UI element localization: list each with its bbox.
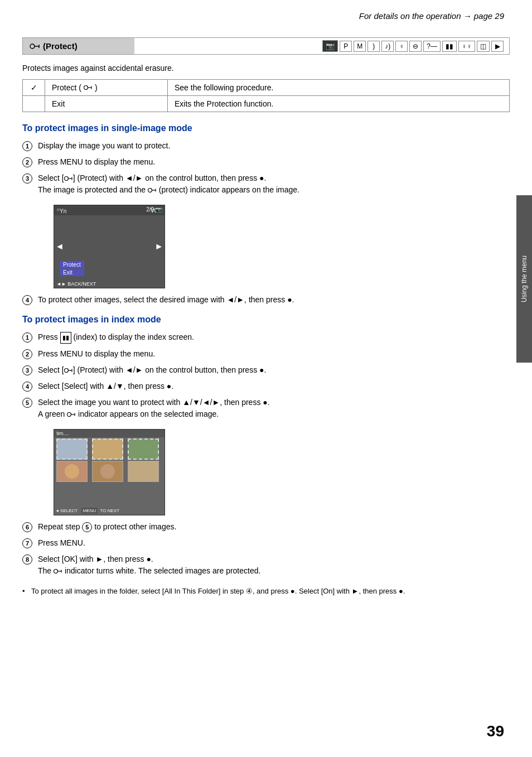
svg-point-9 <box>148 189 152 192</box>
bottom-note: To protect all images in the folder, sel… <box>22 586 510 597</box>
single-image-screen: ○Yn VGA 2/9 📷 ◄ ► Protect Exit ◄► BACK/N… <box>54 205 165 288</box>
mode-scene6: ▮▮ <box>442 41 457 52</box>
section-title: (Protect) <box>23 38 134 54</box>
protect-inline-icon4 <box>67 411 76 418</box>
menu-button-label: MENU <box>81 508 98 514</box>
table-row: Exit Exits the Protection function. <box>23 96 510 112</box>
svg-point-0 <box>30 44 35 49</box>
thumbnail <box>92 461 123 482</box>
single-image-steps: 1 Display the image you want to protect.… <box>22 140 510 196</box>
screen-menu-exit: Exit <box>60 269 84 276</box>
section-title-text: (Protect) <box>43 41 78 51</box>
list-item: 7 Press MENU. <box>22 537 510 549</box>
single-image-step4: 4 To protect other images, select the de… <box>22 294 510 306</box>
mode-scene8: ◫ <box>477 41 490 52</box>
index-button-icon: ▮▮ <box>60 332 71 344</box>
mode-play: ▶ <box>491 41 504 52</box>
exit-label-cell: Exit <box>45 96 168 112</box>
protect-inline-icon <box>64 175 73 182</box>
mode-scene2: ♪) <box>381 41 394 52</box>
svg-point-18 <box>67 412 71 416</box>
list-item: 6 Repeat step 5 to protect other images. <box>22 521 510 533</box>
index-top-row: 9m.... <box>54 430 165 437</box>
sidebar-label: Using the menu <box>520 255 528 302</box>
index-screen: 9m.... ● SELECT MENU TO NEXT <box>54 429 165 515</box>
thumbnail <box>128 438 159 460</box>
screen-arrow-left: ◄ <box>55 242 64 252</box>
sidebar-using-menu: Using the menu <box>516 195 532 363</box>
operation-ref: For details on the operation → page 29 <box>22 11 510 21</box>
protect-lock-icon <box>84 84 93 91</box>
thumbnail <box>56 461 88 482</box>
svg-point-3 <box>84 86 88 90</box>
screen-indicator-top: ○Yn <box>56 206 66 214</box>
mode-icons: 📷 P M ) ♪) ♀ ⊖ ?— ▮▮ ♀♀ ◫ ▶ <box>134 38 509 54</box>
index-bottom-hint: ● SELECT MENU TO NEXT <box>56 508 119 513</box>
list-item: 8 Select [OK] with ►, then press ●. The … <box>22 553 510 577</box>
screen-menu-protect: Protect <box>60 261 84 268</box>
svg-point-15 <box>64 368 68 372</box>
thumbnail <box>92 438 123 460</box>
mode-m: M <box>354 41 366 52</box>
menu-table: ✓ Protect ( ) See the following procedur… <box>22 79 510 112</box>
section-description: Protects images against accidental erasu… <box>22 64 510 73</box>
list-item: 1 Display the image you want to protect. <box>22 140 510 152</box>
index-mode-title: To protect images in index mode <box>22 315 510 325</box>
list-item: 4 Select [Select] with ▲/▼, then press ●… <box>22 380 510 392</box>
list-item: 3 Select [] (Protect) with ◄/► on the co… <box>22 172 510 196</box>
screen-counter: 2/9 📷 <box>146 206 162 213</box>
mode-scene3: ♀ <box>395 41 408 52</box>
svg-point-6 <box>64 177 68 181</box>
index-mode-steps-cont: 6 Repeat step 5 to protect other images.… <box>22 521 510 577</box>
mode-scene7: ♀♀ <box>458 41 475 52</box>
list-item: 1 Press ▮▮ (index) to display the index … <box>22 331 510 344</box>
mode-scene4: ⊖ <box>409 41 422 52</box>
protect-inline-icon3 <box>64 367 73 374</box>
protect-desc-cell: See the following procedure. <box>168 80 510 96</box>
single-image-screen-wrapper: ○Yn VGA 2/9 📷 ◄ ► Protect Exit ◄► BACK/N… <box>38 205 510 288</box>
screen-bottom-hint: ◄► BACK/NEXT <box>56 281 96 287</box>
index-screen-wrapper: 9m.... ● SELECT MENU TO NEXT <box>38 429 510 515</box>
screen-menu: Protect Exit <box>60 261 84 277</box>
screen-arrow-right: ► <box>154 242 163 252</box>
protect-inline-icon5 <box>54 568 62 575</box>
protect-label-cell: Protect ( ) <box>45 80 168 96</box>
list-item: 3 Select [] (Protect) with ◄/► on the co… <box>22 364 510 376</box>
list-item: 4 To protect other images, select the de… <box>22 294 510 306</box>
thumbnail <box>128 461 159 482</box>
protect-inline-icon2 <box>148 187 157 194</box>
table-row: ✓ Protect ( ) See the following procedur… <box>23 80 510 96</box>
protect-symbol-icon <box>30 42 40 50</box>
check-icon-cell: ✓ <box>23 80 45 96</box>
index-resolution: 9m.... <box>56 431 69 436</box>
thumbnail-grid <box>54 437 165 483</box>
thumbnail <box>56 438 88 460</box>
single-image-title: To protect images in single-image mode <box>22 123 510 133</box>
list-item: 2 Press MENU to display the menu. <box>22 156 510 168</box>
section-header: (Protect) 📷 P M ) ♪) ♀ ⊖ ?— ▮▮ ♀♀ ◫ ▶ <box>22 37 510 55</box>
list-item: 5 Select the image you want to protect w… <box>22 397 510 420</box>
list-item: 2 Press MENU to display the menu. <box>22 348 510 360</box>
index-mode-steps: 1 Press ▮▮ (index) to display the index … <box>22 331 510 420</box>
mode-camera: 📷 <box>322 40 338 52</box>
svg-point-24 <box>54 569 58 573</box>
mode-scene1: ) <box>367 41 380 52</box>
exit-desc-cell: Exits the Protection function. <box>168 96 510 112</box>
mode-scene5: ?— <box>423 41 441 52</box>
exit-icon-cell <box>23 96 45 112</box>
page-number: 39 <box>487 722 504 740</box>
mode-p: P <box>340 41 352 52</box>
